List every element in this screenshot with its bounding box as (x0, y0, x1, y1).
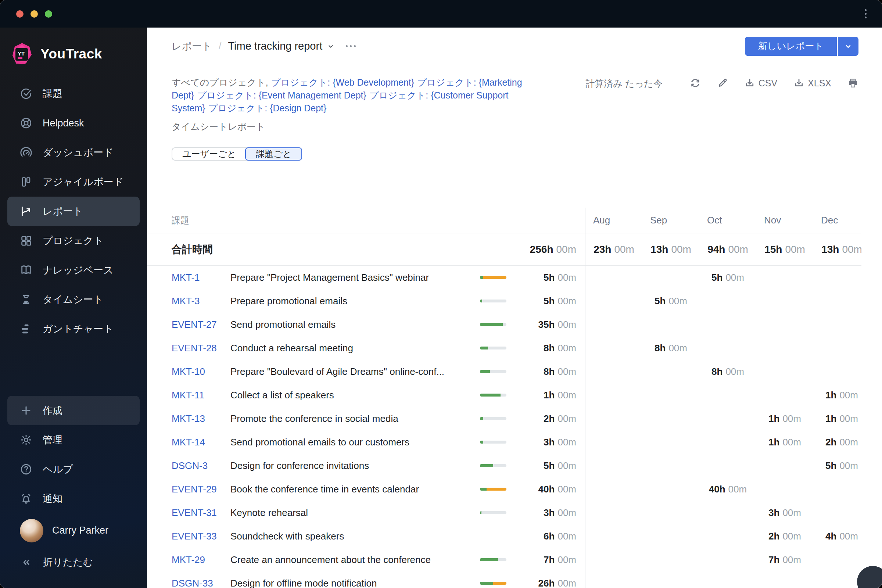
table-row: EVENT-31Keynote rehearsal3h00m3h00m (147, 501, 882, 524)
progress-bar (480, 558, 506, 561)
new-report-dropdown-button[interactable] (838, 37, 858, 56)
issue-summary: Create an announcement about the confere… (230, 554, 472, 566)
issue-summary: Promote the conference in social media (230, 413, 472, 424)
gantt-icon (20, 322, 32, 335)
sidebar-item-agile-boards[interactable]: アジャイルボード (8, 167, 140, 196)
spent-time-value: 8h00m (518, 342, 576, 354)
export-csv-button[interactable]: CSV (744, 78, 777, 88)
youtrack-logo[interactable]: YT YouTrack (0, 36, 147, 79)
issue-id-link[interactable]: MKT-11 (172, 390, 230, 401)
table-row: MKT-3Prepare promotional emails5h00m5h00… (147, 289, 882, 313)
spent-time-value: 5h00m (518, 460, 576, 471)
table-row: EVENT-33Soundcheck with speakers6h00m2h0… (147, 524, 882, 548)
table-row: MKT-13Promote the conference in social m… (147, 407, 882, 430)
sidebar-item-label: ガントチャート (43, 322, 114, 336)
sidebar-item-projects[interactable]: プロジェクト (8, 226, 140, 255)
issue-id-link[interactable]: EVENT-27 (172, 319, 230, 330)
issue-id-link[interactable]: EVENT-28 (172, 342, 230, 354)
issue-id-link[interactable]: DSGN-3 (172, 460, 230, 471)
plus-icon (20, 404, 32, 417)
progress-bar (480, 370, 506, 373)
sidebar-item-administration[interactable]: 管理 (8, 425, 140, 454)
month-cell: 5h00m (813, 460, 861, 471)
sidebar-user[interactable]: Carry Parker (8, 513, 140, 548)
sidebar-item-gantt-charts[interactable]: ガントチャート (8, 314, 140, 344)
app-window: YT YouTrack 課題 Helpdesk (0, 0, 882, 588)
close-window-button[interactable] (16, 10, 24, 18)
table-row: EVENT-29Book the conference time in even… (147, 477, 882, 501)
issue-summary: Conduct a rehearsal meeting (230, 342, 472, 354)
progress-bar (480, 511, 506, 514)
month-cell: 3h00m (756, 507, 813, 519)
month-cell: 7h00m (756, 554, 813, 566)
sidebar-item-label: Helpdesk (43, 118, 84, 129)
export-xlsx-button[interactable]: XLSX (794, 78, 831, 88)
issue-id-link[interactable]: MKT-1 (172, 272, 230, 284)
month-total: 23h00m (585, 244, 642, 255)
new-report-split-button: 新しいレポート (745, 37, 858, 56)
main-content: レポート / Time tracking report 新しいレポート (147, 28, 882, 588)
new-report-button[interactable]: 新しいレポート (745, 37, 837, 56)
month-total: 94h00m (699, 244, 756, 255)
time-report-table: 課題 Aug Sep Oct Nov Dec 合計時間 256h00m (147, 208, 882, 588)
month-cell: 8h00m (642, 342, 699, 354)
print-button[interactable] (848, 78, 858, 88)
progress-bar (480, 323, 506, 326)
refresh-button[interactable] (690, 78, 701, 88)
spent-time-value: 40h00m (518, 484, 576, 495)
table-row: DSGN-33Design for offline mode notificat… (147, 572, 882, 588)
issue-id-link[interactable]: DSGN-33 (172, 578, 230, 588)
progress-bar (480, 441, 506, 444)
dashboard-icon (20, 146, 32, 159)
issue-id-link[interactable]: MKT-10 (172, 366, 230, 377)
issue-id-link[interactable]: EVENT-29 (172, 484, 230, 495)
scope-link-web-development[interactable]: プロジェクト: {Web Development} (271, 77, 414, 87)
pencil-icon (717, 78, 728, 88)
table-row: EVENT-28Conduct a rehearsal meeting8h00m… (147, 336, 882, 360)
kebab-menu-icon[interactable] (862, 7, 869, 21)
minimize-window-button[interactable] (30, 10, 38, 18)
page-title: Time tracking report (228, 40, 322, 52)
sidebar-item-issues[interactable]: 課題 (8, 79, 140, 108)
bell-icon (20, 492, 32, 505)
breadcrumb-separator: / (219, 40, 222, 52)
sidebar-item-notifications[interactable]: 通知 (8, 484, 140, 513)
report-meta: すべてのプロジェクト,プロジェクト: {Web Development}プロジェ… (147, 65, 882, 115)
issue-id-link[interactable]: EVENT-31 (172, 507, 230, 519)
sidebar-item-create[interactable]: 作成 (8, 396, 140, 425)
sidebar-collapse-button[interactable]: 折りたたむ (8, 548, 140, 577)
sidebar-item-timesheets[interactable]: タイムシート (8, 285, 140, 314)
issue-id-link[interactable]: EVENT-33 (172, 531, 230, 542)
spent-time-value: 35h00m (518, 319, 576, 330)
month-header-sep: Sep (642, 214, 699, 226)
breadcrumb-reports-link[interactable]: レポート (172, 40, 212, 53)
issue-id-link[interactable]: MKT-14 (172, 436, 230, 448)
issue-summary: Prepare promotional emails (230, 296, 472, 307)
issue-id-link[interactable]: MKT-13 (172, 413, 230, 424)
agile-board-icon (20, 176, 32, 188)
zoom-window-button[interactable] (45, 10, 52, 18)
issue-id-link[interactable]: MKT-29 (172, 554, 230, 566)
spent-time-value: 5h00m (518, 272, 576, 284)
report-more-menu[interactable] (345, 42, 357, 50)
table-row: MKT-14Send promotional emails to our cus… (147, 430, 882, 454)
sidebar-item-dashboards[interactable]: ダッシュボード (8, 138, 140, 167)
spent-time-value: 6h00m (518, 531, 576, 542)
edit-report-button[interactable] (717, 78, 728, 88)
spent-time-value: 26h00m (518, 578, 576, 588)
sidebar-item-help[interactable]: ヘルプ (8, 454, 140, 484)
sidebar-item-label: 通知 (43, 492, 63, 506)
scope-link-event-management[interactable]: プロジェクト: {Event Management Dept} (197, 90, 366, 100)
issue-id-link[interactable]: MKT-3 (172, 296, 230, 307)
sidebar-item-reports[interactable]: レポート (8, 196, 140, 226)
scope-link-design-dept[interactable]: プロジェクト: {Design Dept} (208, 103, 327, 113)
sidebar-item-helpdesk[interactable]: Helpdesk (8, 108, 140, 138)
issue-summary: Book the conference time in events calen… (230, 484, 472, 495)
progress-bar (480, 535, 506, 538)
sidebar-item-knowledge-base[interactable]: ナレッジベース (8, 255, 140, 285)
title-dropdown-button[interactable] (327, 42, 335, 50)
spent-time-value: 1h00m (518, 390, 576, 401)
sidebar-item-label: プロジェクト (43, 234, 104, 248)
toggle-per-issue[interactable]: 課題ごと (245, 147, 302, 160)
toggle-per-user[interactable]: ユーザーごと (172, 148, 246, 160)
